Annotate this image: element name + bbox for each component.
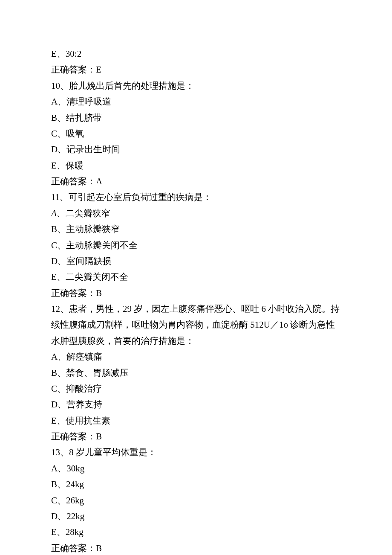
text-line: 正确答案：E [51,62,341,78]
text-line: A、30kg [51,461,341,477]
text-line: E、保暖 [51,158,341,174]
text-line: B、禁食、胃肠减压 [51,365,341,381]
text-line: E、使用抗生素 [51,413,341,429]
text-line: C、吸氧 [51,126,341,142]
text-line: 正确答案：A [51,174,341,189]
text-line: E、二尖瓣关闭不全 [51,269,341,285]
text-line: A、二尖瓣狭窄 [51,206,341,221]
text-line: A、解痉镇痛 [51,349,341,365]
text-line: A、清理呼吸道 [51,94,341,110]
text-line: E、28kg [51,524,341,540]
text-line: 10、胎儿娩出后首先的处理措施是： [51,78,341,94]
text-line: D、营养支持 [51,397,341,413]
text-line: D、记录出生时间 [51,142,341,157]
text-line: D、22kg [51,509,341,524]
option-prefix: A [51,208,57,218]
text-line: C、主动脉瓣关闭不全 [51,238,341,253]
text-line: 11、可引起左心室后负荷过重的疾病是： [51,189,341,205]
text-line: E、30:2 [51,46,341,62]
text-line: C、抑酸治疗 [51,381,341,397]
text-line: B、结扎脐带 [51,110,341,126]
text-line: B、24kg [51,477,341,492]
text-line: D、室间隔缺损 [51,253,341,269]
document-page: E、30:2正确答案：E10、胎儿娩出后首先的处理措施是：A、清理呼吸道B、结扎… [0,0,392,555]
text-line: B、主动脉瓣狭窄 [51,221,341,237]
text-line: 13、8 岁儿童平均体重是： [51,445,341,460]
text-line: 正确答案：B [51,540,341,555]
text-line: 正确答案：B [51,429,341,445]
option-rest: 、二尖瓣狭窄 [57,208,110,218]
text-line: C、26kg [51,493,341,509]
text-line: 12、患者，男性，29 岁，因左上腹疼痛伴恶心、呕吐 6 小时收治入院。持续性腹… [51,301,341,349]
text-line: 正确答案：B [51,285,341,301]
